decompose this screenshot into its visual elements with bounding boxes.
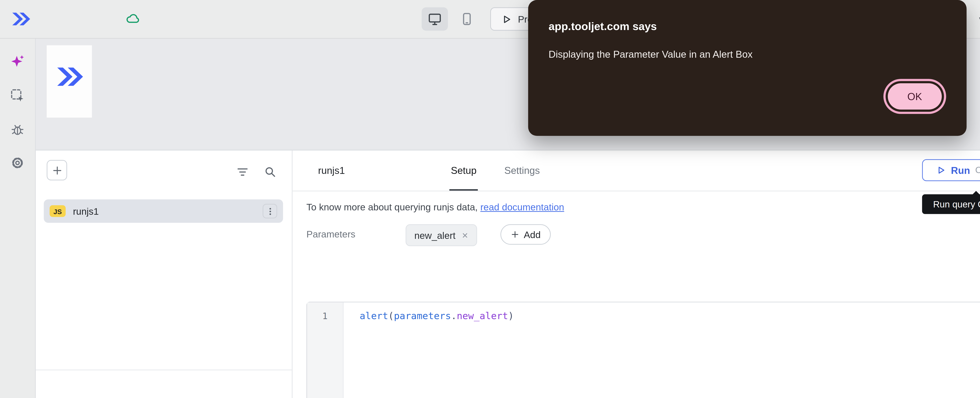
- plus-icon: [511, 230, 519, 239]
- parameters-label: Parameters: [306, 229, 355, 240]
- help-text-prefix: To know more about querying runjs data,: [306, 201, 480, 213]
- alert-message: Displaying the Parameter Value in an Ale…: [549, 49, 752, 60]
- debugger-button[interactable]: [6, 118, 29, 141]
- mobile-view-button[interactable]: [454, 7, 480, 30]
- code-token: parameters: [394, 310, 451, 321]
- code-token: ): [508, 310, 514, 321]
- query-editor-header: runjs1 Setup Settings Run: [292, 150, 980, 191]
- tab-setup[interactable]: Setup: [449, 150, 478, 191]
- code-token: (: [388, 310, 394, 321]
- git-sync-icon[interactable]: [126, 12, 140, 26]
- query-editor-body: To know more about querying runjs data, …: [292, 190, 980, 398]
- code-token: alert: [360, 310, 388, 321]
- parameter-chip[interactable]: new_alert ×: [406, 224, 477, 246]
- run-tooltip-text: Run query Ctrl+Enter: [933, 199, 980, 209]
- tooljet-canvas-logo-icon[interactable]: [56, 66, 84, 88]
- tab-settings[interactable]: Settings: [503, 150, 541, 191]
- run-tooltip: Run query Ctrl+Enter: [922, 194, 980, 214]
- inspector-icon: [10, 88, 25, 103]
- query-item-name: runjs1: [73, 206, 99, 217]
- query-editor: runjs1 Setup Settings Run: [292, 150, 980, 398]
- browser-alert-dialog: app.tooljet.com says Displaying the Para…: [528, 0, 967, 136]
- debugger-bug-icon: [10, 122, 25, 137]
- remove-parameter-button[interactable]: ×: [462, 230, 468, 240]
- query-item-menu-button[interactable]: [262, 204, 277, 218]
- run-button-label: Run: [951, 165, 970, 176]
- code-token: .: [451, 310, 457, 321]
- code-gutter: 1: [307, 302, 344, 398]
- run-button[interactable]: Run Ctrl+Enter: [922, 159, 980, 181]
- read-documentation-link[interactable]: read documentation: [480, 201, 564, 213]
- add-parameter-button[interactable]: Add: [500, 224, 551, 245]
- js-badge: JS: [49, 205, 66, 217]
- mobile-icon: [460, 12, 474, 26]
- alert-title: app.tooljet.com says: [549, 20, 657, 32]
- add-query-button[interactable]: [47, 160, 67, 181]
- code-editor[interactable]: 1 alert(parameters.new_alert): [306, 302, 980, 398]
- play-icon: [501, 14, 512, 24]
- settings-button[interactable]: [6, 151, 29, 174]
- line-number: 1: [323, 311, 328, 321]
- search-queries-button[interactable]: [264, 164, 278, 179]
- app-root: Preview v1 Development: [0, 0, 980, 398]
- left-sidebar: [0, 38, 36, 398]
- run-shortcut-label: Ctrl+Enter: [975, 165, 980, 175]
- ai-button[interactable]: [6, 50, 29, 73]
- code-line: alert(parameters.new_alert): [344, 302, 980, 321]
- tab-setup-label: Setup: [451, 165, 476, 176]
- query-list-panel: JS runjs1: [35, 150, 293, 398]
- help-text: To know more about querying runjs data, …: [306, 201, 564, 213]
- version-label: v1: [979, 0, 980, 38]
- query-panel: JS runjs1 runjs1 Setup: [35, 150, 980, 398]
- ai-sparkle-icon: [10, 54, 25, 69]
- play-icon: [936, 165, 946, 175]
- add-parameter-label: Add: [524, 229, 541, 240]
- query-title: runjs1: [318, 150, 345, 191]
- settings-gear-icon: [10, 156, 25, 170]
- alert-ok-button[interactable]: OK: [888, 83, 942, 110]
- desktop-view-button[interactable]: [422, 7, 448, 30]
- parameter-chip-label: new_alert: [414, 230, 455, 241]
- inspector-button[interactable]: [6, 84, 29, 107]
- canvas-container-widget[interactable]: [47, 45, 92, 118]
- tab-settings-label: Settings: [504, 165, 540, 176]
- search-icon: [264, 165, 278, 178]
- kebab-icon: [265, 206, 275, 216]
- tooljet-logo-icon[interactable]: [12, 11, 31, 27]
- query-tabs: Setup Settings: [449, 150, 541, 191]
- plus-icon: [51, 165, 62, 176]
- filter-queries-button[interactable]: [236, 164, 251, 179]
- desktop-icon: [428, 12, 442, 26]
- filter-icon: [236, 165, 251, 178]
- query-list-item[interactable]: JS runjs1: [44, 200, 283, 223]
- code-token: new_alert: [457, 310, 508, 321]
